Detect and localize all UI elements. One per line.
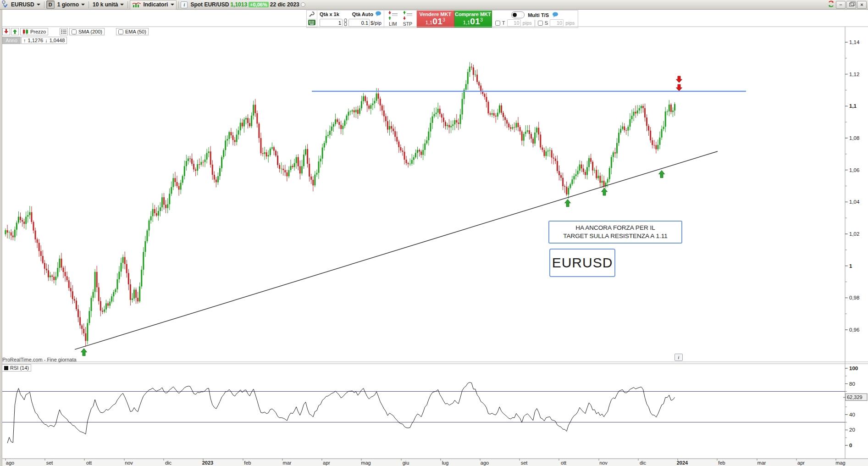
price-series-legend[interactable]: Prezzo	[20, 28, 48, 35]
svg-text:apr: apr	[797, 460, 805, 466]
chart-canvas[interactable]: 1,141,121,11,081,061,041,0210,980,96agos…	[0, 0, 868, 466]
svg-text:lug: lug	[442, 460, 449, 466]
svg-text:ott: ott	[86, 460, 92, 466]
svg-text:0,98: 0,98	[849, 295, 859, 300]
chart-options-button[interactable]	[60, 28, 68, 35]
svg-text:20: 20	[849, 427, 855, 433]
sell-marker-tool-button[interactable]	[2, 28, 10, 35]
svg-text:1: 1	[849, 263, 852, 269]
symbol-annotation[interactable]: EURUSD	[549, 249, 615, 277]
ema-checkbox[interactable]	[118, 29, 123, 34]
svg-text:mag: mag	[835, 460, 845, 466]
candlestick-icon	[22, 29, 28, 34]
sma-label: SMA (200)	[78, 29, 102, 34]
svg-text:mag: mag	[361, 460, 370, 466]
symbol-annotation-label: EURUSD	[552, 255, 613, 271]
svg-text:feb: feb	[244, 460, 251, 466]
range-label: Anno	[6, 38, 17, 43]
svg-text:dic: dic	[640, 460, 647, 466]
svg-text:1,12: 1,12	[849, 72, 859, 77]
year-high-value: 1,1276	[28, 38, 44, 43]
info-glyph: i	[678, 355, 680, 360]
svg-text:1,14: 1,14	[849, 39, 860, 45]
svg-text:mar: mar	[757, 460, 766, 466]
svg-text:ott: ott	[561, 460, 566, 466]
svg-text:40: 40	[849, 412, 855, 417]
svg-text:2024: 2024	[677, 460, 688, 466]
svg-text:62,329: 62,329	[847, 394, 862, 400]
sma-checkbox[interactable]	[72, 29, 77, 34]
arrow-up-icon: ↑	[23, 38, 26, 43]
svg-text:nov: nov	[599, 460, 608, 466]
range-period-chip: Anno	[2, 37, 21, 44]
svg-text:set: set	[46, 460, 53, 466]
trading-platform-window: EURUSD D 1 giorno 10 k unità	[0, 0, 868, 466]
svg-text:feb: feb	[718, 460, 725, 466]
price-legend-label: Prezzo	[30, 29, 46, 34]
rsi-legend-label: RSI (14)	[10, 365, 29, 371]
ema-label: EMA (50)	[125, 29, 146, 34]
sma-legend-toggle[interactable]: SMA (200)	[69, 28, 105, 35]
window-left-border	[0, 10, 2, 466]
svg-text:100: 100	[849, 366, 858, 371]
svg-text:mar: mar	[283, 460, 292, 466]
svg-text:nov: nov	[125, 460, 133, 466]
svg-text:ago: ago	[481, 460, 489, 466]
svg-text:1,1: 1,1	[849, 103, 857, 109]
svg-text:0,96: 0,96	[849, 327, 859, 333]
ema-legend-toggle[interactable]: EMA (50)	[116, 28, 149, 35]
svg-text:dic: dic	[165, 460, 172, 466]
svg-text:1,06: 1,06	[849, 167, 859, 173]
red-down-arrow-icon	[4, 29, 9, 34]
watermark: ProRealTime.com - Fine giornata	[2, 357, 77, 362]
list-icon	[61, 29, 66, 34]
note-line-2: TARGET SULLA RESISTENZA A 1.11	[563, 232, 667, 240]
panel-info-button[interactable]: i	[674, 354, 683, 361]
arrow-down-icon: ↓	[45, 38, 48, 43]
svg-text:set: set	[521, 460, 528, 466]
svg-text:apr: apr	[323, 460, 330, 466]
svg-text:giu: giu	[403, 460, 409, 466]
svg-text:ago: ago	[6, 460, 14, 466]
svg-text:1,04: 1,04	[849, 199, 860, 205]
green-up-arrow-icon	[12, 29, 17, 34]
svg-text:80: 80	[849, 381, 855, 387]
svg-text:0: 0	[849, 443, 852, 448]
rsi-legend[interactable]: RSI (14)	[2, 364, 31, 372]
svg-text:1,08: 1,08	[849, 135, 859, 141]
buy-marker-tool-button[interactable]	[11, 28, 19, 35]
analysis-note-annotation[interactable]: HA ANCORA FORZA PER IL TARGET SULLA RESI…	[548, 221, 682, 244]
note-line-1: HA ANCORA FORZA PER IL	[575, 224, 655, 232]
year-low-value: 1,0448	[50, 38, 65, 43]
rsi-color-swatch-icon	[4, 366, 8, 370]
year-range-chip: ↑ 1,1276 ↓ 1,0448	[21, 37, 67, 44]
svg-text:2023: 2023	[202, 460, 213, 466]
svg-text:1,02: 1,02	[849, 231, 859, 237]
